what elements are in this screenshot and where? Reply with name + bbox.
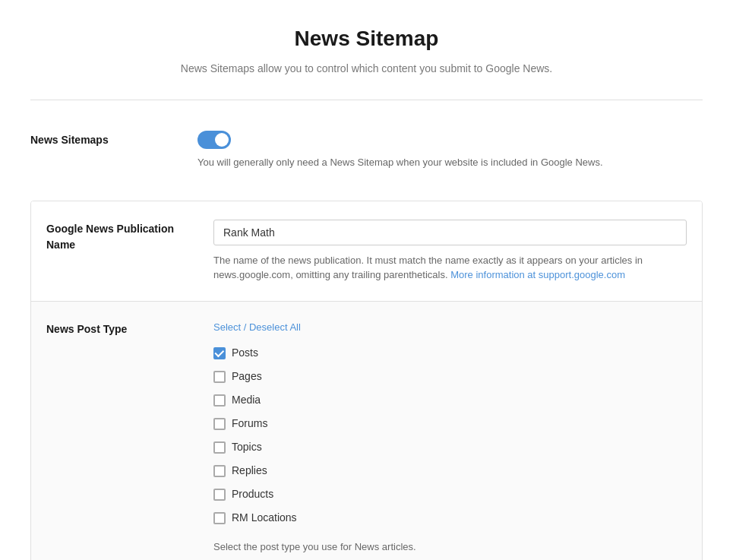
publication-name-link[interactable]: More information at support.google.com (450, 269, 625, 280)
news-post-type-row: News Post Type Select / Deselect All Pos… (31, 302, 702, 561)
checkbox-label-replies: Replies (232, 463, 267, 479)
checkbox-item-products[interactable]: Products (213, 486, 687, 502)
publication-name-row: Google News Publication Name The name of… (31, 201, 702, 302)
checkbox-box-posts (213, 347, 226, 359)
news-sitemaps-label: News Sitemaps (30, 134, 109, 146)
news-post-type-content: Select / Deselect All Posts Pages (213, 320, 687, 555)
post-type-hint: Select the post type you use for News ar… (213, 539, 687, 555)
news-sitemaps-hint: You will generally only need a News Site… (197, 155, 703, 170)
page-header: News Sitemap News Sitemaps allow you to … (30, 23, 703, 77)
news-sitemaps-toggle[interactable] (197, 131, 231, 149)
checkbox-box-media (213, 394, 226, 407)
news-post-type-label-col: News Post Type (46, 320, 213, 337)
news-post-type-label: News Post Type (46, 323, 127, 335)
publication-name-label-col: Google News Publication Name (46, 220, 213, 253)
checkbox-label-products: Products (232, 486, 273, 502)
toggle-track (197, 131, 231, 149)
toggle-thumb (215, 133, 229, 147)
checkbox-list: Posts Pages Media (213, 345, 687, 526)
checkbox-label-posts: Posts (232, 345, 258, 361)
select-deselect-all-link[interactable]: Select / Deselect All (213, 320, 687, 335)
checkbox-item-rm-locations[interactable]: RM Locations (213, 510, 687, 526)
toggle-wrapper: You will generally only need a News Site… (197, 131, 703, 170)
checkbox-item-media[interactable]: Media (213, 392, 687, 408)
checkbox-item-posts[interactable]: Posts (213, 345, 687, 361)
page-title: News Sitemap (30, 23, 703, 55)
news-sitemaps-row: News Sitemaps You will generally only ne… (30, 115, 703, 185)
publication-name-content: The name of the news publication. It mus… (213, 220, 687, 283)
checkbox-box-pages (213, 371, 226, 383)
checkbox-item-forums[interactable]: Forums (213, 416, 687, 432)
checkbox-item-pages[interactable]: Pages (213, 369, 687, 384)
news-sitemaps-content: You will generally only need a News Site… (197, 131, 703, 170)
checkbox-label-topics: Topics (232, 439, 262, 455)
checkbox-label-media: Media (232, 392, 261, 408)
checkbox-item-replies[interactable]: Replies (213, 463, 687, 479)
post-type-section: Select / Deselect All Posts Pages (213, 320, 687, 555)
checkbox-box-replies (213, 465, 226, 477)
page-subtitle: News Sitemaps allow you to control which… (30, 61, 703, 77)
checkbox-item-topics[interactable]: Topics (213, 439, 687, 455)
checkbox-label-rm-locations: RM Locations (232, 510, 297, 526)
checkbox-box-rm-locations (213, 512, 226, 524)
publication-name-input[interactable] (213, 220, 687, 245)
publication-name-description: The name of the news publication. It mus… (213, 253, 687, 283)
news-sitemaps-label-col: News Sitemaps (30, 131, 197, 148)
checkbox-box-products (213, 489, 226, 501)
settings-section: Google News Publication Name The name of… (30, 201, 703, 561)
checkbox-label-forums: Forums (232, 416, 267, 432)
checkbox-label-pages: Pages (232, 369, 262, 384)
checkbox-box-forums (213, 418, 226, 430)
checkbox-box-topics (213, 441, 226, 454)
publication-name-label: Google News Publication Name (46, 223, 174, 251)
header-divider (30, 100, 703, 100)
